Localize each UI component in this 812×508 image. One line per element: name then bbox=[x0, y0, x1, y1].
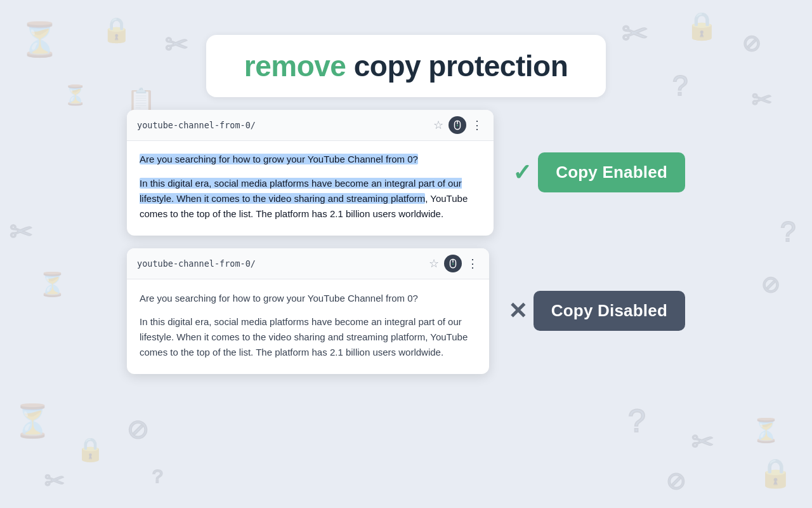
x-icon: ✕ bbox=[508, 298, 527, 324]
svg-text:✂: ✂ bbox=[691, 427, 714, 457]
enabled-paragraph-1: Are you searching for how to grow your Y… bbox=[140, 152, 481, 167]
svg-text:⏳: ⏳ bbox=[13, 402, 53, 440]
enabled-browser-content: Are you searching for how to grow your Y… bbox=[127, 141, 494, 236]
svg-text:⊘: ⊘ bbox=[666, 467, 686, 494]
copy-disabled-badge: Copy Disabled bbox=[534, 291, 685, 331]
enabled-demo-row: youtube-channel-from-0/ ☆ ⋮ Are you bbox=[127, 110, 685, 236]
svg-text:🔒: 🔒 bbox=[758, 457, 793, 490]
enabled-browser-mock: youtube-channel-from-0/ ☆ ⋮ Are you bbox=[127, 110, 494, 236]
enabled-status-badge: ✓ Copy Enabled bbox=[513, 152, 685, 192]
disabled-browser-mock: youtube-channel-from-0/ ☆ ⋮ Are you sear… bbox=[127, 248, 489, 374]
title-rest-text: copy protection bbox=[346, 50, 568, 83]
title-remove-word: remove bbox=[244, 50, 346, 83]
page-title: remove copy protection bbox=[244, 49, 568, 83]
svg-text:✂: ✂ bbox=[44, 467, 65, 494]
selected-text-2-part1: In this digital era, social media platfo… bbox=[140, 178, 462, 204]
enabled-paragraph-2: In this digital era, social media platfo… bbox=[140, 176, 481, 222]
mouse-icon-2 bbox=[444, 255, 462, 272]
svg-text:⏳: ⏳ bbox=[752, 417, 780, 444]
main-content: remove copy protection youtube-channel-f… bbox=[0, 0, 812, 374]
dots-menu-icon[interactable]: ⋮ bbox=[471, 118, 483, 132]
disabled-demo-row: youtube-channel-from-0/ ☆ ⋮ Are you sear… bbox=[127, 248, 685, 374]
enabled-browser-bar: youtube-channel-from-0/ ☆ ⋮ bbox=[127, 110, 494, 141]
disabled-browser-actions: ☆ ⋮ bbox=[429, 255, 479, 272]
disabled-paragraph-2: In this digital era, social media platfo… bbox=[140, 314, 476, 360]
svg-point-29 bbox=[452, 263, 454, 264]
svg-text:?: ? bbox=[152, 465, 163, 486]
svg-text:⊘: ⊘ bbox=[127, 414, 149, 444]
checkmark-icon: ✓ bbox=[513, 159, 532, 186]
disabled-browser-url: youtube-channel-from-0/ bbox=[137, 258, 422, 269]
disabled-paragraph-1: Are you searching for how to grow your Y… bbox=[140, 291, 476, 305]
selected-text-1: Are you searching for how to grow your Y… bbox=[140, 154, 418, 164]
mouse-icon bbox=[449, 116, 466, 134]
disabled-browser-bar: youtube-channel-from-0/ ☆ ⋮ bbox=[127, 248, 489, 279]
star-icon-2[interactable]: ☆ bbox=[429, 257, 439, 271]
svg-text:🔒: 🔒 bbox=[76, 436, 105, 463]
svg-point-26 bbox=[457, 125, 458, 126]
copy-enabled-badge: Copy Enabled bbox=[538, 152, 685, 192]
star-icon[interactable]: ☆ bbox=[433, 118, 443, 132]
disabled-status-badge: ✕ Copy Disabled bbox=[508, 291, 685, 331]
dots-menu-icon-2[interactable]: ⋮ bbox=[467, 257, 479, 271]
enabled-browser-url: youtube-channel-from-0/ bbox=[137, 120, 427, 130]
enabled-browser-actions: ☆ ⋮ bbox=[433, 116, 483, 134]
svg-text:?: ? bbox=[628, 403, 646, 439]
disabled-browser-content: Are you searching for how to grow your Y… bbox=[127, 279, 489, 374]
title-card: remove copy protection bbox=[206, 35, 606, 97]
